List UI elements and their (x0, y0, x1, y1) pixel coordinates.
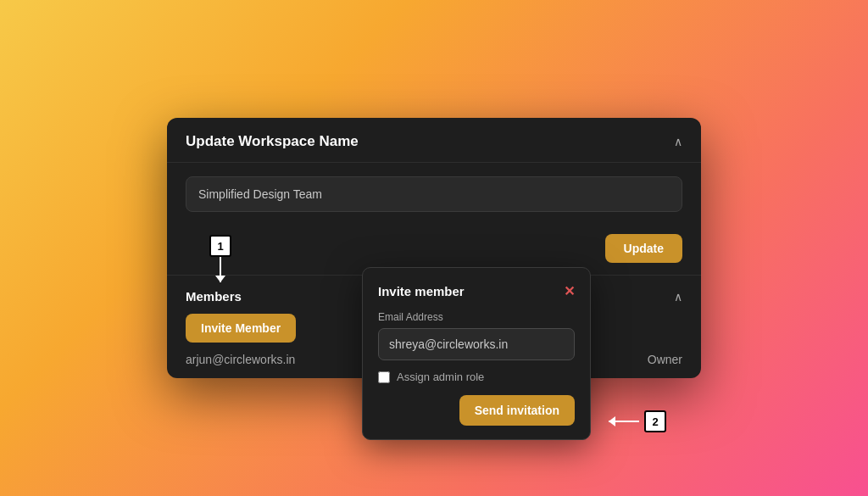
email-input[interactable] (378, 328, 575, 360)
members-collapse-icon[interactable]: ∧ (674, 290, 682, 304)
main-modal: Update Workspace Name ∧ Update Members ∧… (167, 118, 701, 378)
send-invitation-button[interactable]: Send invitation (459, 395, 575, 426)
annotation-arrow-2 (609, 421, 639, 422)
assign-admin-checkbox[interactable] (378, 371, 390, 383)
annotation-box-1: 1 (209, 235, 231, 257)
modal-collapse-icon[interactable]: ∧ (674, 135, 682, 148)
modal-header: Update Workspace Name ∧ (167, 118, 701, 163)
members-section: Members ∧ 1 Invite Member arjun@circlewo… (167, 276, 701, 378)
email-label: Email Address (378, 311, 575, 323)
member-role: Owner (648, 353, 682, 366)
annotation-box-2: 2 (644, 410, 666, 432)
workspace-name-section (167, 163, 701, 226)
annotation-2: 2 (609, 410, 666, 432)
workspace-name-input[interactable] (186, 176, 682, 212)
update-row: Update (167, 226, 701, 263)
modal-title: Update Workspace Name (186, 133, 359, 150)
assign-admin-row: Assign admin role (378, 371, 575, 383)
annotation-arrow-line-2 (609, 421, 639, 422)
members-label: Members (186, 289, 242, 304)
annotation-arrow-1 (220, 257, 221, 282)
invite-popup-title: Invite member (378, 284, 465, 298)
member-email: arjun@circleworks.in (186, 353, 295, 366)
send-invitation-row: Send invitation 2 (378, 395, 575, 426)
annotation-1: 1 (209, 235, 231, 282)
invite-popup: Invite member ✕ Email Address Assign adm… (362, 267, 591, 440)
update-button[interactable]: Update (605, 234, 682, 263)
invite-popup-header: Invite member ✕ (378, 283, 575, 299)
invite-member-button[interactable]: Invite Member (186, 314, 296, 343)
assign-admin-label: Assign admin role (397, 371, 484, 383)
invite-popup-close-button[interactable]: ✕ (564, 283, 575, 299)
